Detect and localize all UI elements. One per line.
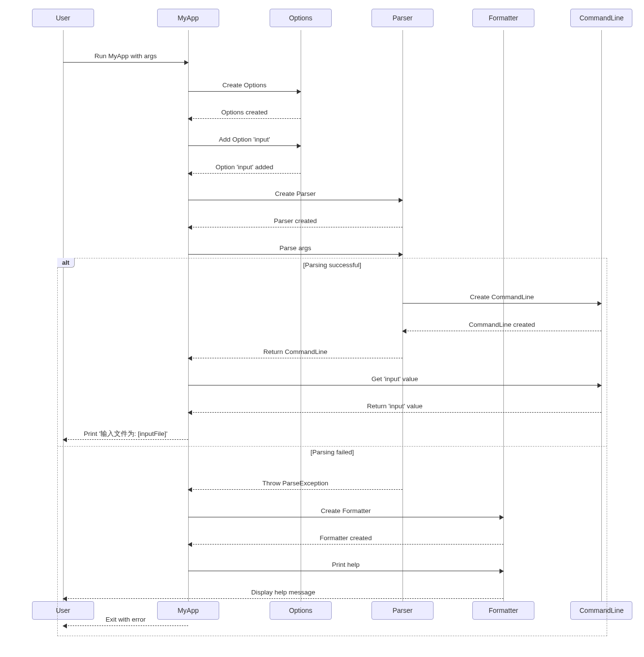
message-arrow-11: [188, 385, 601, 385]
message-label-1: Create Options: [223, 81, 267, 89]
message-arrow-19: [63, 625, 188, 626]
message-arrow-17: [188, 571, 503, 571]
message-arrow-18: [63, 598, 503, 599]
message-label-19: Exit with error: [106, 616, 146, 623]
participant-top-options: Options: [270, 9, 332, 27]
message-arrow-7: [188, 254, 402, 255]
message-arrow-5: [188, 200, 402, 200]
message-label-4: Option 'input' added: [215, 163, 273, 171]
message-arrow-13: [63, 439, 188, 440]
participant-top-user: User: [32, 9, 94, 27]
message-label-12: Return 'input' value: [367, 402, 423, 410]
message-label-7: Parse args: [279, 244, 311, 252]
message-arrow-1: [188, 91, 301, 92]
message-arrow-8: [402, 303, 601, 304]
message-label-14: Throw ParseException: [262, 480, 328, 487]
message-label-8: Create CommandLine: [470, 293, 534, 301]
message-arrow-9: [402, 331, 601, 331]
message-arrow-3: [188, 145, 301, 146]
message-arrow-2: [188, 118, 301, 119]
message-label-9: CommandLine created: [469, 321, 535, 328]
message-label-2: Options created: [221, 109, 267, 116]
message-label-11: Get 'input' value: [371, 375, 418, 383]
alt-condition-0: [Parsing successful]: [303, 261, 361, 269]
message-label-15: Create Formatter: [321, 507, 371, 514]
message-label-17: Print help: [332, 561, 359, 568]
participant-top-myapp: MyApp: [157, 9, 219, 27]
message-label-5: Create Parser: [275, 190, 316, 197]
message-label-3: Add Option 'input': [219, 136, 270, 143]
message-label-0: Run MyApp with args: [95, 52, 157, 60]
alt-condition-1: [Parsing failed]: [310, 449, 354, 456]
alt-divider: [57, 446, 607, 447]
message-arrow-4: [188, 173, 301, 174]
message-label-16: Formatter created: [320, 534, 371, 542]
alt-box: alt: [57, 258, 607, 636]
message-arrow-0: [63, 62, 188, 63]
message-label-6: Parser created: [274, 217, 317, 224]
sequence-diagram: UserUserMyAppMyAppOptionsOptionsParserPa…: [0, 0, 644, 657]
message-label-10: Return CommandLine: [263, 348, 327, 355]
message-arrow-14: [188, 489, 402, 490]
message-arrow-10: [188, 358, 402, 358]
participant-top-commandline: CommandLine: [570, 9, 632, 27]
message-arrow-15: [188, 517, 503, 517]
message-arrow-12: [188, 412, 601, 413]
message-arrow-6: [188, 227, 402, 227]
message-label-18: Display help message: [251, 589, 315, 596]
participant-top-parser: Parser: [371, 9, 434, 27]
message-arrow-16: [188, 544, 503, 545]
participant-top-formatter: Formatter: [472, 9, 534, 27]
message-label-13: Print '输入文件为: [inputFile]': [84, 430, 168, 438]
alt-label: alt: [57, 258, 75, 268]
